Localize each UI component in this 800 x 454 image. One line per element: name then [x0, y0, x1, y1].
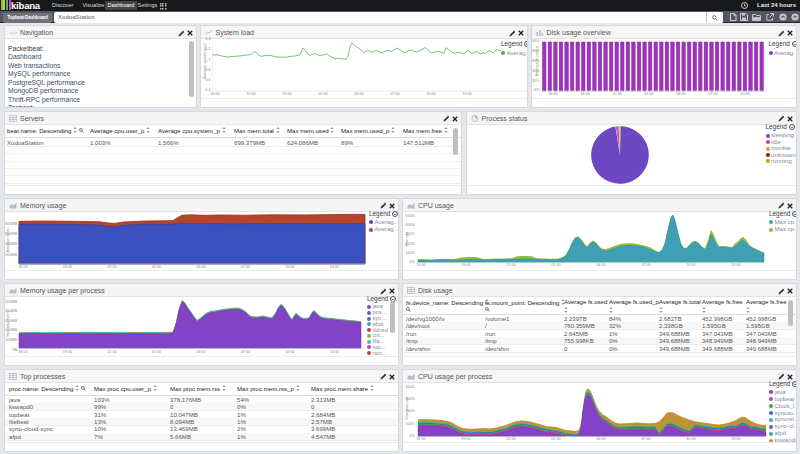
svg-text:</>: </>: [9, 30, 17, 36]
